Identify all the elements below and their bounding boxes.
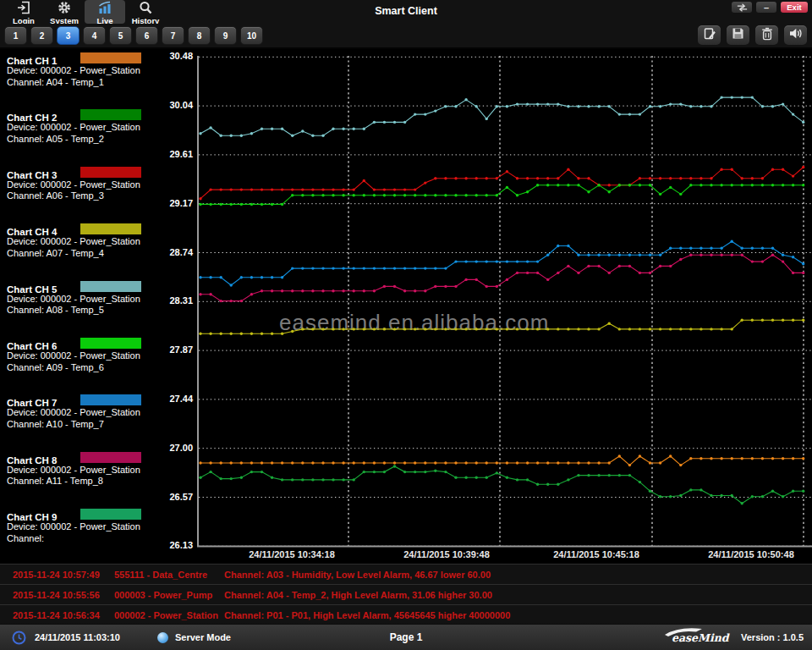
page-tabs: 12345678910 (4, 26, 263, 45)
live-chart-icon (96, 1, 113, 18)
page-tab-bar: 12345678910 (0, 24, 812, 49)
x-axis-tick: 24/11/2015 10:39:48 (383, 549, 510, 559)
channel-id: Channel: A11 - Temp_8 (7, 476, 195, 488)
minimize-glyph: – (764, 4, 769, 11)
page-tab-9[interactable]: 9 (214, 26, 237, 45)
server-mode-label: Server Mode (175, 632, 231, 642)
y-axis-tick: 27.87 (154, 344, 193, 355)
minimize-button[interactable]: – (756, 2, 776, 13)
gear-icon (57, 1, 72, 18)
y-axis-tick: 29.17 (154, 198, 193, 208)
page-tab-6[interactable]: 6 (135, 26, 158, 45)
title-bar: Login System Live History Smart Client (0, 0, 812, 24)
save-button[interactable] (727, 25, 749, 45)
nav-item-history[interactable]: History (125, 0, 166, 24)
page-tab-3[interactable]: 3 (57, 26, 80, 45)
clock-icon (12, 631, 26, 645)
channel-color-swatch (80, 109, 141, 120)
page-tab-1[interactable]: 1 (4, 26, 27, 45)
alarm-list: 2015-11-24 10:57:49555111 - Data_CentreC… (0, 564, 812, 625)
alarm-row[interactable]: 2015-11-24 10:56:34000002 - Power_Statio… (0, 605, 812, 625)
channel-item-2[interactable]: Chart CH 2Device: 000002 - Power_Station… (7, 109, 195, 145)
y-axis-tick: 26.13 (154, 540, 193, 550)
window-controls: – Exit (732, 2, 808, 13)
live-view: Chart CH 1Device: 000002 - Power_Station… (0, 49, 812, 564)
alarm-device: 555111 - Data_Centre (114, 570, 224, 580)
page-tab-7[interactable]: 7 (162, 26, 184, 45)
trash-icon (761, 27, 773, 44)
save-icon (732, 27, 744, 43)
edit-button[interactable] (698, 25, 721, 45)
brand-area: easeMind Version : 1.0.5 (661, 627, 804, 647)
y-axis-tick: 30.48 (154, 51, 193, 61)
series-ch3-temp_3 (200, 168, 804, 199)
search-icon (138, 1, 153, 18)
channel-id: Channel: A10 - Temp_7 (7, 419, 195, 431)
y-axis-tick: 26.57 (154, 492, 193, 502)
toggle-view-button[interactable] (732, 2, 752, 13)
alarm-device: 000002 - Power_Station (114, 610, 224, 620)
channel-id: Channel: A09 - Temp_6 (7, 362, 195, 374)
alarm-row[interactable]: 2015-11-24 10:55:56000003 - Power_PumpCh… (0, 585, 812, 605)
sound-button[interactable] (784, 25, 807, 45)
speaker-icon (788, 27, 803, 43)
series-ch2-temp_2 (200, 466, 804, 504)
channel-device: Device: 000002 - Power_Station (7, 407, 195, 419)
page-tab-2[interactable]: 2 (30, 26, 53, 45)
page-tab-5[interactable]: 5 (109, 26, 132, 45)
channel-color-swatch (80, 338, 141, 349)
status-bar: 24/11/2015 11:03:10 Server Mode Page 1 e… (0, 624, 812, 650)
page-tab-4[interactable]: 4 (83, 26, 106, 45)
alarm-message: Channel: A04 - Temp_2, High Level Alarm,… (224, 590, 812, 600)
loop-arrows-icon (736, 0, 749, 15)
channel-name: Chart CH 4 (7, 227, 57, 237)
channel-device: Device: 000002 - Power_Station (7, 179, 195, 191)
alarm-time: 2015-11-24 10:55:56 (0, 590, 114, 600)
channel-color-swatch (80, 394, 141, 405)
channel-item-3[interactable]: Chart CH 3Device: 000002 - Power_Station… (7, 167, 195, 202)
channel-item-6[interactable]: Chart CH 6Device: 000002 - Power_Station… (7, 338, 195, 373)
exit-button[interactable]: Exit (781, 2, 808, 13)
channel-color-swatch (80, 452, 141, 463)
channel-color-swatch (80, 223, 141, 234)
brand-text: easeMind (672, 631, 730, 644)
channel-name: Chart CH 3 (7, 170, 57, 180)
delete-button[interactable] (755, 25, 778, 45)
page-tab-10[interactable]: 10 (240, 26, 263, 45)
alarm-message: Channel: A03 - Humidity, Low Level Alarm… (224, 570, 812, 580)
series-ch6-temp_6 (200, 185, 804, 205)
version-label: Version : 1.0.5 (741, 632, 804, 642)
chart-canvas: easemind.en.alibaba.com (197, 49, 812, 550)
alarm-row[interactable]: 2015-11-24 10:57:49555111 - Data_CentreC… (0, 565, 812, 585)
y-axis-tick: 29.61 (154, 149, 193, 159)
main-nav: Login System Live History (3, 0, 166, 24)
channel-color-swatch (80, 509, 141, 520)
channel-name: Chart CH 9 (7, 512, 57, 522)
channel-device: Device: 000002 - Power_Station (7, 65, 195, 77)
channel-item-8[interactable]: Chart CH 8Device: 000002 - Power_Station… (7, 452, 195, 488)
nav-item-login[interactable]: Login (3, 0, 44, 24)
channel-id: Channel: A08 - Temp_5 (7, 305, 195, 317)
alarm-time: 2015-11-24 10:57:49 (0, 570, 114, 580)
channel-name: Chart CH 5 (7, 284, 57, 295)
nav-item-system[interactable]: System (44, 0, 85, 24)
alarm-message: Channel: P01 - P01, High Level Alarm, 45… (224, 610, 812, 620)
x-axis-tick: 24/11/2015 10:50:48 (688, 549, 812, 559)
nav-item-live[interactable]: Live (85, 0, 125, 24)
series-ch1-temp_1 (200, 456, 804, 465)
channel-item-9[interactable]: Chart CH 9Device: 000002 - Power_Station… (7, 509, 195, 544)
channel-name: Chart CH 2 (7, 113, 57, 123)
page-tab-8[interactable]: 8 (188, 26, 211, 45)
system-time: 24/11/2015 11:03:10 (35, 632, 120, 642)
edit-icon (703, 27, 716, 44)
y-axis-tick: 30.04 (154, 100, 193, 110)
y-axis-tick: 27.00 (154, 443, 193, 453)
series-ch7-temp_7 (200, 241, 804, 285)
channel-device: Device: 000002 - Power_Station (7, 521, 195, 533)
channel-color-swatch (80, 52, 141, 63)
x-axis-tick: 24/11/2015 10:34:18 (228, 549, 355, 559)
channel-name: Chart CH 1 (7, 56, 57, 66)
server-status-icon (157, 632, 168, 643)
channel-id: Channel: A04 - Temp_1 (7, 77, 195, 89)
y-axis-tick: 28.74 (154, 247, 193, 257)
